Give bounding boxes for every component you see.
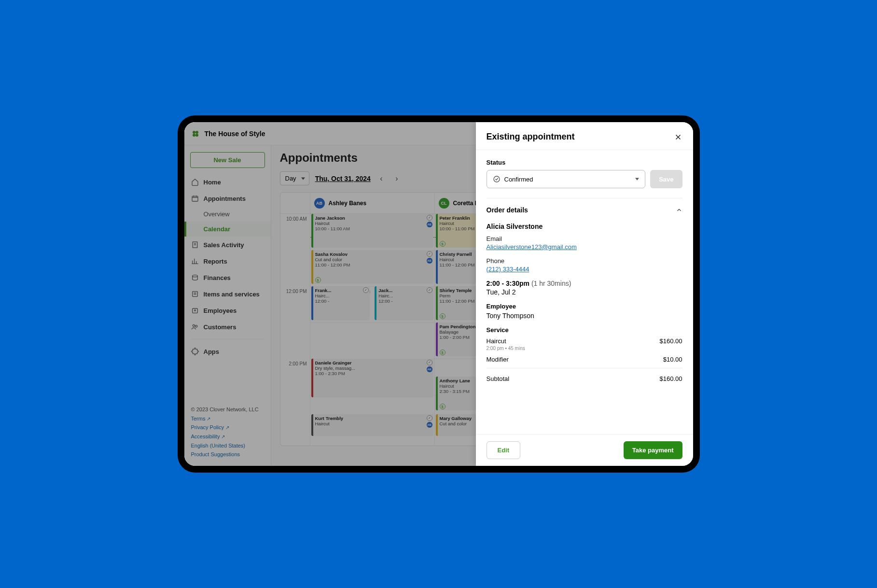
external-icon: ↗ [221, 434, 225, 439]
nav-appointments[interactable]: Appointments [184, 190, 271, 207]
appointment-time: 2:00 - 3:30pm (1 hr 30mins) [487, 280, 682, 287]
subtotal-row: Subtotal $160.00 [487, 368, 682, 382]
money-icon [191, 274, 199, 281]
nav-employees[interactable]: Employees [184, 302, 271, 319]
avatar: CL [439, 198, 449, 209]
nav-home[interactable]: Home [184, 174, 271, 190]
service-line: Modifier $10.00 [487, 356, 682, 363]
avatar: AB [314, 198, 325, 209]
appointment-panel: Existing appointment Status Confirmed Sa… [476, 122, 693, 466]
external-icon: ↗ [207, 416, 210, 421]
panel-title: Existing appointment [487, 132, 575, 142]
subtotal-value: $160.00 [660, 375, 682, 382]
svg-point-10 [193, 324, 195, 326]
time-column: 10:00 AM 12:00 PM 2:00 PM [280, 214, 310, 446]
service-name: Modifier [487, 356, 509, 363]
suggestions-link[interactable]: Product Suggestions [191, 451, 240, 457]
nav-label: Items and services [204, 291, 260, 298]
list-icon [191, 290, 199, 298]
svg-point-2 [193, 134, 195, 137]
sidebar-footer: © 2023 Clover Network, LLC Terms↗ Privac… [184, 400, 271, 466]
nav-label: Customers [204, 323, 237, 331]
phone-link[interactable]: (212) 333-4444 [487, 266, 529, 273]
save-button[interactable]: Save [650, 170, 682, 188]
svg-point-3 [195, 134, 198, 137]
nav-label: Apps [204, 348, 220, 355]
employee-header[interactable]: AB Ashley Banes [310, 193, 435, 213]
time-label: 10:00 AM [286, 216, 306, 222]
new-sale-button[interactable]: New Sale [190, 152, 265, 168]
locale-link[interactable]: English (United States) [191, 443, 246, 448]
time-label: 12:00 PM [286, 289, 307, 294]
terms-link[interactable]: Terms [191, 416, 206, 421]
service-name: Haircut [487, 337, 506, 345]
nav-customers[interactable]: Customers [184, 319, 271, 335]
app: The House of Style New Sale Home Appoint… [184, 122, 693, 466]
puzzle-icon [191, 348, 199, 355]
phone-label: Phone [487, 257, 682, 265]
divider [191, 339, 264, 339]
employee-name: Ashley Banes [329, 200, 367, 207]
nav-reports[interactable]: Reports [184, 253, 271, 269]
status-value: Confirmed [504, 176, 533, 183]
nav-finances[interactable]: Finances [184, 269, 271, 286]
sidebar: New Sale Home Appointments Overview Cale… [184, 122, 271, 466]
svg-point-12 [494, 176, 500, 182]
nav-label: Home [204, 179, 221, 186]
receipt-icon [191, 241, 199, 249]
status-select[interactable]: Confirmed [487, 170, 646, 188]
employee-value: Tony Thompson [487, 312, 682, 320]
check-circle-icon [493, 175, 501, 183]
svg-point-11 [195, 325, 197, 327]
appointment-event[interactable]: Frank...Hairc...12:00 -✓ [311, 286, 370, 320]
appointment-event[interactable]: Sasha KovalovCut and color11:00 - 12:00 … [311, 250, 433, 284]
svg-point-9 [194, 310, 195, 311]
nav-items[interactable]: Items and services [184, 286, 271, 302]
nav-sales[interactable]: Sales Activity [184, 237, 271, 253]
chevron-up-icon [676, 207, 682, 213]
home-icon [191, 178, 199, 186]
people-icon [191, 323, 199, 331]
next-arrow[interactable]: › [392, 174, 402, 183]
subnav-calendar[interactable]: Calendar [184, 222, 271, 237]
copyright: © 2023 Clover Network, LLC [191, 405, 264, 414]
nav-label: Reports [204, 258, 227, 265]
privacy-link[interactable]: Privacy Policy [191, 424, 224, 430]
view-select[interactable]: Day [280, 171, 309, 185]
edit-button[interactable]: Edit [487, 441, 521, 459]
nav-label: Finances [204, 274, 231, 281]
badge-icon [191, 307, 199, 314]
event-column: +2 Jane JacksonHaircut10:00 - 11:00 AM✓A… [310, 214, 435, 446]
order-details-toggle[interactable]: Order details [487, 206, 682, 214]
nav-label: Employees [204, 307, 237, 314]
service-price: $10.00 [663, 356, 682, 363]
subtotal-label: Subtotal [487, 375, 510, 382]
employee-label: Employee [487, 303, 682, 310]
service-meta: 2:00 pm • 45 mins [487, 346, 682, 351]
close-icon[interactable] [674, 133, 682, 141]
svg-point-1 [195, 131, 198, 134]
panel-body: Status Confirmed Save Order details Alic… [476, 150, 693, 434]
svg-rect-4 [192, 196, 198, 201]
customer-name: Alicia Silverstone [487, 223, 682, 230]
subnav-overview[interactable]: Overview [184, 207, 271, 222]
calendar-icon [191, 195, 199, 202]
order-details-label: Order details [487, 206, 528, 214]
email-link[interactable]: Aliciasilverstone123@gmail.com [487, 243, 577, 251]
prev-arrow[interactable]: ‹ [376, 174, 386, 183]
divider [487, 198, 682, 198]
clover-logo-icon [191, 129, 200, 138]
take-payment-button[interactable]: Take payment [624, 441, 682, 459]
date-display[interactable]: Thu, Oct 31, 2024 [315, 175, 371, 182]
external-icon: ↗ [225, 425, 229, 430]
appointment-event[interactable]: Jane JacksonHaircut10:00 - 11:00 AM✓AB [311, 214, 433, 248]
appointment-event[interactable]: Daniele GraingerDry style, massag...1:00… [311, 359, 433, 397]
appointment-event[interactable]: Jack...Hairc...12:00 -✓ [375, 286, 433, 320]
nav-apps[interactable]: Apps [184, 343, 271, 360]
time-label: 2:00 PM [289, 361, 306, 366]
accessibility-link[interactable]: Accessibility [191, 434, 220, 439]
panel-footer: Edit Take payment [476, 434, 693, 466]
appointment-event[interactable]: Kurt TremblyHaircut✓AB [311, 414, 433, 436]
service-line: Haircut $160.00 [487, 337, 682, 345]
nav-label: Appointments [204, 195, 246, 202]
